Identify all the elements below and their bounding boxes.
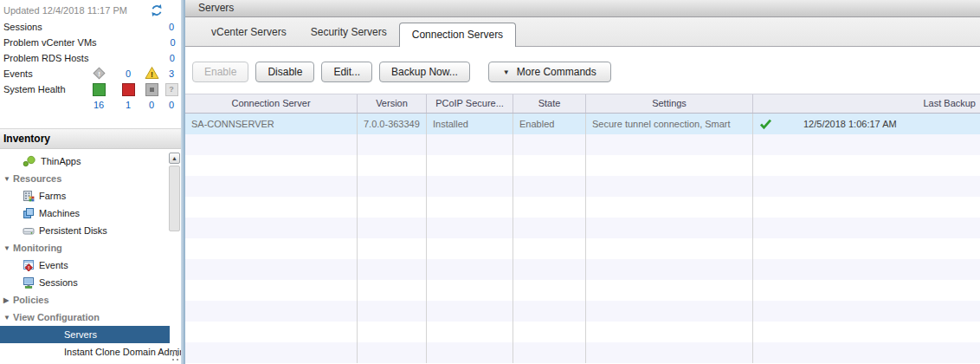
stat-value[interactable]: 0 (164, 37, 181, 48)
farms-icon (23, 190, 35, 202)
table-row[interactable]: SA-CONNSERVER7.0.0-363349InstalledEnable… (185, 114, 980, 134)
table-cell (427, 218, 513, 238)
machines-icon (23, 207, 35, 219)
tree-section-resources[interactable]: ▼Resources (0, 170, 181, 187)
chevron-right-icon: ▶ (3, 296, 13, 304)
events-icon: ! (23, 259, 35, 271)
table-empty-row (185, 218, 980, 238)
stat-cell: ? (162, 83, 181, 96)
table-cell (513, 134, 586, 155)
table-cell (427, 134, 513, 155)
table-cell (586, 176, 753, 197)
table-cell (513, 259, 586, 280)
table-empty-row (185, 155, 980, 176)
tree-scrollbar[interactable]: ▲ (169, 153, 181, 357)
updated-row: Updated 12/4/2018 11:17 PM (0, 2, 181, 19)
tree-item-persistent-disks[interactable]: Persistent Disks (0, 222, 181, 239)
table-cell (427, 322, 513, 342)
svg-text:!: ! (98, 69, 100, 77)
table-cell (753, 218, 980, 238)
table-cell (358, 218, 427, 238)
stat-value[interactable]: 0 (162, 22, 181, 32)
column-header-version[interactable]: Version (358, 94, 427, 113)
table-cell (427, 259, 513, 280)
column-header-last-backup[interactable]: Last Backup (753, 94, 980, 113)
tree-item-label: Machines (39, 208, 80, 218)
chevron-down-icon: ▼ (3, 244, 13, 252)
table-cell (753, 280, 980, 301)
button-label: Edit... (333, 66, 360, 78)
health-count[interactable]: 0 (141, 100, 162, 110)
button-label: Disable (268, 66, 302, 78)
table-cell (586, 259, 753, 280)
tree-item-thinapps[interactable]: ThinApps (0, 153, 181, 170)
events-error-count[interactable]: 0 (115, 68, 141, 79)
main-panel: Servers vCenter ServersSecurity ServersC… (185, 0, 980, 364)
backup-now--button[interactable]: Backup Now... (379, 62, 470, 82)
button-label: Enable (204, 66, 236, 78)
more-commands-button[interactable]: ▼More Commands (488, 62, 611, 82)
tree-section-label: View Configuration (13, 312, 100, 322)
tree-item-label: Persistent Disks (39, 225, 107, 236)
inventory-header: Inventory (0, 128, 181, 149)
tree-item-events[interactable]: !Events (0, 257, 181, 274)
table-cell (358, 301, 427, 322)
tree-section-label: Policies (13, 295, 49, 305)
disable-button[interactable]: Disable (255, 62, 314, 82)
tab-connection-servers[interactable]: Connection Servers (399, 23, 516, 47)
stat-label: Problem RDS Hosts (3, 53, 88, 63)
tree-item-farms[interactable]: Farms (0, 187, 181, 205)
svg-text:!: ! (151, 70, 153, 79)
table-header-row: Connection ServerVersionPCoIP Secure...S… (185, 94, 980, 114)
table-cell (753, 197, 980, 218)
table-cell (185, 134, 358, 155)
column-header-pcoip-secure-[interactable]: PCoIP Secure... (427, 94, 513, 113)
tree-section-policies[interactable]: ▶Policies (0, 291, 181, 309)
table-cell (185, 176, 358, 197)
edit--button[interactable]: Edit... (321, 62, 372, 82)
stat-row: Sessions0 (0, 19, 181, 35)
scroll-up-icon[interactable]: ▲ (169, 153, 180, 164)
stat-cell: ! (141, 66, 162, 81)
tree-item-machines[interactable]: Machines (0, 205, 181, 222)
stat-cell: ! (82, 66, 115, 82)
events-warning-count[interactable]: 3 (162, 68, 181, 79)
scrollbar-thumb[interactable] (169, 166, 180, 231)
refresh-icon[interactable] (150, 3, 164, 17)
table-cell (427, 238, 513, 259)
table-empty-row (185, 238, 980, 259)
tree-section-view-configuration[interactable]: ▼View Configuration (0, 309, 181, 326)
events-row: Events!0!3 (0, 66, 181, 81)
tree-section-monitoring[interactable]: ▼Monitoring (0, 239, 181, 257)
table-empty-row (185, 197, 980, 218)
table-cell (586, 301, 753, 322)
column-header-state[interactable]: State (513, 94, 586, 113)
stat-row: Problem vCenter VMs0 (0, 35, 181, 50)
table-cell (513, 280, 586, 301)
tree-item-instant-clone-domain-admins[interactable]: Instant Clone Domain Admins (0, 343, 181, 361)
health-count[interactable]: 1 (115, 100, 141, 110)
column-header-connection-server[interactable]: Connection Server (185, 94, 358, 113)
thinapps-icon (23, 155, 36, 167)
table-cell (358, 238, 427, 259)
tab-security-servers[interactable]: Security Servers (299, 19, 399, 46)
stat-cell (115, 83, 141, 96)
table-cell: 7.0.0-363349 (358, 114, 427, 134)
panel-resize-grip[interactable] (172, 350, 179, 361)
tree-item-servers[interactable]: Servers (0, 326, 170, 343)
enable-button[interactable]: Enable (192, 62, 248, 82)
health-count[interactable]: 16 (82, 100, 115, 110)
tree-section-label: Monitoring (13, 243, 62, 253)
health-count[interactable]: 0 (162, 100, 181, 110)
health-red-icon (122, 83, 135, 96)
left-panel: Updated 12/4/2018 11:17 PM Sessions0Prob… (0, 0, 181, 364)
tree-item-label: Sessions (39, 277, 78, 288)
chevron-down-icon: ▼ (3, 175, 13, 183)
table-cell (427, 301, 513, 322)
stat-value[interactable]: 0 (163, 53, 181, 63)
tree-item-sessions[interactable]: Sessions (0, 274, 181, 291)
tab-vcenter-servers[interactable]: vCenter Servers (199, 19, 299, 46)
table-empty-row (185, 322, 980, 342)
column-header-settings[interactable]: Settings (586, 94, 753, 113)
table-cell: Enabled (513, 114, 586, 134)
